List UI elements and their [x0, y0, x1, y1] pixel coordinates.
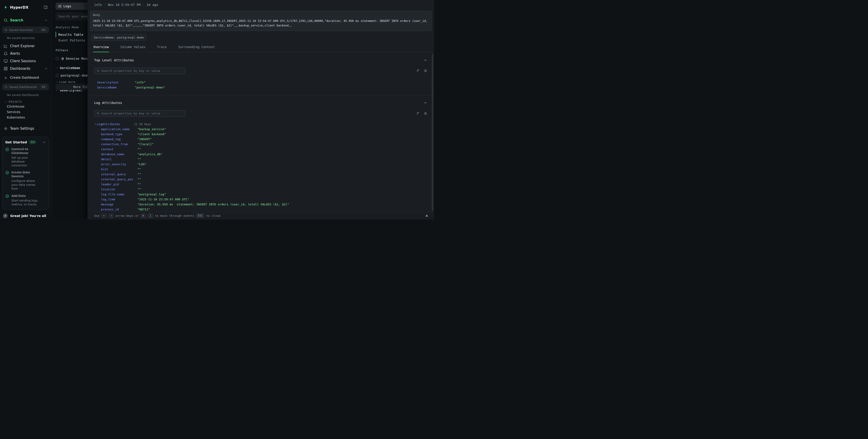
attribute-key[interactable]: error_severity — [101, 162, 137, 166]
key-arrow-right: → — [108, 214, 114, 218]
tree-expand-caret[interactable]: ▾ — [94, 123, 96, 126]
attribute-value[interactable]: "postgresql.log" — [137, 193, 166, 196]
checkbox[interactable] — [56, 57, 59, 60]
top-level-attributes-section: Top Level Attributes — [88, 52, 434, 96]
preset-item[interactable]: Kubernetes — [0, 115, 51, 120]
get-started-step[interactable]: Add Data Start sending logs, metrics, or… — [5, 194, 46, 207]
saved-searches-input[interactable]: ⌘K — [2, 27, 49, 33]
filter-lines-icon[interactable] — [416, 112, 420, 115]
sidebar-item-dashboards[interactable]: Dashboards — [0, 65, 51, 72]
root-key[interactable]: LogAttributes — [97, 122, 134, 126]
search-icon — [97, 69, 100, 72]
gear-icon[interactable] — [424, 112, 427, 115]
presets-toggle[interactable]: PRESETS — [5, 100, 48, 104]
attribute-key[interactable]: database_name — [101, 153, 137, 156]
sidebar-item-alerts[interactable]: Alerts — [0, 50, 51, 57]
attribute-value[interactable]: "2025-11-10 23:59:47.000 UTC" — [137, 198, 189, 201]
attribute-row: ServiceName "postgresql-demo" — [94, 85, 427, 90]
attribute-value[interactable]: "LOG" — [137, 162, 146, 166]
attribute-key[interactable]: process_id — [101, 208, 137, 211]
shortcut-badge: ⌘K — [40, 28, 47, 32]
sidebar-item-label: Dashboards — [10, 67, 30, 71]
attribute-value[interactable]: "" — [137, 183, 141, 186]
sidebar-collapse-icon[interactable] — [43, 5, 48, 9]
attribute-key[interactable]: backend_type — [101, 132, 137, 136]
attribute-value[interactable]: "" — [137, 188, 141, 191]
attribute-row: context "" — [94, 147, 427, 152]
attribute-key[interactable]: context — [101, 148, 137, 151]
checkbox[interactable] — [56, 74, 59, 77]
tab-column-values[interactable]: Column Values — [120, 43, 146, 52]
collapse-section-icon[interactable] — [423, 101, 427, 105]
attribute-key[interactable]: log.file.name — [101, 193, 137, 196]
sidebar-item-label: Search — [10, 18, 23, 22]
saved-dashboards-field[interactable] — [9, 85, 39, 89]
sidebar-item-team-settings[interactable]: Team Settings — [0, 125, 51, 132]
attribute-value[interactable]: "INSERT" — [137, 137, 152, 141]
sidebar-item-chart-explorer[interactable]: Chart Explorer — [0, 42, 51, 50]
property-search-input[interactable] — [94, 110, 185, 117]
attribute-value[interactable]: "" — [137, 148, 141, 151]
attribute-value[interactable]: "analytics_db" — [137, 153, 162, 156]
collapse-section-icon[interactable] — [423, 58, 427, 62]
attribute-key[interactable]: application_name — [101, 127, 137, 131]
top-level-rows: SeverityText "info" ServiceName "postgre… — [94, 80, 427, 90]
attribute-key[interactable]: internal_query — [101, 173, 137, 176]
no-saved-dashboards-note: No saved dashboards — [7, 93, 48, 97]
tab-trace[interactable]: Trace — [157, 43, 167, 52]
filter-lines-icon[interactable] — [416, 69, 420, 73]
attribute-value[interactable]: "duration: 45.950 ms statement: INSERT I… — [137, 202, 289, 206]
attribute-key[interactable]: location — [101, 188, 137, 191]
sidebar-item-client-sessions[interactable]: Client Sessions — [0, 57, 51, 65]
body-label: Body — [93, 13, 429, 17]
get-started-step[interactable]: Create Data Sources Configure where your… — [5, 170, 46, 191]
help-icon[interactable]: ? — [3, 213, 8, 218]
saved-dashboards-input[interactable]: ⌘K — [2, 84, 49, 90]
service-name-tag[interactable]: ServiceName: postgresql-demo — [91, 34, 146, 40]
get-started-header[interactable]: Get Started 3/3 — [5, 140, 46, 144]
attribute-key[interactable]: hint — [101, 167, 137, 171]
attribute-value[interactable]: "" — [137, 178, 141, 181]
attribute-key[interactable]: leader_pid — [101, 183, 137, 186]
attribute-value[interactable]: "" — [137, 157, 141, 161]
tab-surrounding-context[interactable]: Surrounding Context — [178, 43, 215, 52]
preset-item[interactable]: ClickHouse — [0, 104, 51, 109]
preset-item[interactable]: Services — [0, 109, 51, 115]
property-search-field[interactable] — [101, 112, 183, 115]
keys-count: 28 keys — [139, 122, 151, 126]
check-circle-icon — [5, 194, 9, 198]
attribute-value[interactable]: "client backend" — [137, 132, 166, 136]
get-started-step[interactable]: Connect to ClickHouse Set up your databa… — [5, 147, 46, 167]
get-started-card: Get Started 3/3 Connect to ClickHouse Se… — [2, 137, 49, 210]
attribute-key[interactable]: ServiceName — [97, 86, 135, 89]
attribute-value[interactable]: "" — [137, 173, 141, 176]
attribute-value[interactable]: "[local]" — [137, 143, 153, 146]
brand-name: HyperDX — [10, 5, 29, 9]
attribute-value[interactable]: "info" — [135, 81, 146, 84]
create-dashboard-label: Create Dashboard — [10, 76, 39, 79]
chevron-down-icon — [5, 100, 7, 103]
attribute-value[interactable]: "backup_service" — [137, 127, 166, 131]
gear-icon[interactable] — [424, 69, 427, 73]
close-icon[interactable]: × — [426, 214, 428, 218]
attribute-value[interactable]: "88711" — [137, 208, 150, 211]
attribute-key[interactable]: command_tag — [101, 137, 137, 141]
property-search-field[interactable] — [101, 69, 183, 72]
attribute-key[interactable]: detail — [101, 157, 137, 161]
sidebar-item-label: Chart Explorer — [10, 44, 35, 48]
severity-text: info — [94, 3, 102, 7]
tab-overview[interactable]: Overview — [93, 43, 109, 52]
attribute-key[interactable]: log_time — [101, 198, 137, 201]
saved-searches-field[interactable] — [9, 28, 39, 32]
attribute-key[interactable]: message — [101, 202, 137, 206]
attribute-key[interactable]: internal_query_pos — [101, 178, 137, 181]
body-content: 2025-11-10 23:59:47.000 UTC,postgres,ana… — [93, 19, 429, 28]
create-dashboard-button[interactable]: Create Dashboard — [0, 74, 51, 81]
scrollbar[interactable] — [432, 54, 433, 211]
attribute-value[interactable]: "" — [137, 167, 141, 171]
property-search-input[interactable] — [94, 68, 185, 74]
attribute-value[interactable]: "postgresql-demo" — [135, 86, 165, 89]
sidebar-item-search[interactable]: Search — [0, 17, 51, 24]
attribute-key[interactable]: connection_from — [101, 143, 137, 146]
attribute-key[interactable]: SeverityText — [97, 81, 135, 84]
